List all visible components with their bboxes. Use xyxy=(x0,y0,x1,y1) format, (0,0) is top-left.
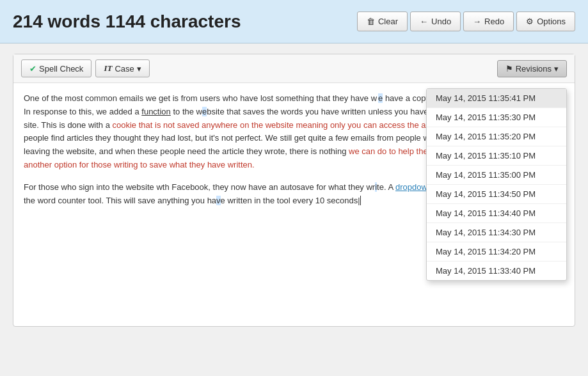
revision-item-6[interactable]: May 14, 2015 11:34:40 PM xyxy=(427,204,566,223)
header-toolbar: 🗑 Clear ← Undo → Redo ⚙ Options xyxy=(357,12,575,31)
revision-item-9[interactable]: May 14, 2015 11:33:40 PM xyxy=(427,262,566,280)
options-button[interactable]: ⚙ Options xyxy=(516,12,575,31)
editor-container: ✔ Spell Check IT Case ▾ ⚑ Revisions ▾ Ma… xyxy=(13,54,575,327)
gear-icon: ⚙ xyxy=(526,17,534,26)
undo-icon: ← xyxy=(420,17,428,26)
revisions-container: ⚑ Revisions ▾ May 14, 2015 11:35:41 PM M… xyxy=(497,60,567,77)
undo-button[interactable]: ← Undo xyxy=(410,12,461,31)
flag-icon: ⚑ xyxy=(505,64,513,74)
revision-item-2[interactable]: May 14, 2015 11:35:20 PM xyxy=(427,127,566,146)
trash-icon: 🗑 xyxy=(367,17,375,26)
case-button[interactable]: IT Case ▾ xyxy=(95,59,149,77)
clear-button[interactable]: 🗑 Clear xyxy=(357,12,408,31)
toolbar-left: ✔ Spell Check IT Case ▾ xyxy=(21,59,150,77)
revision-item-5[interactable]: May 14, 2015 11:34:50 PM xyxy=(427,185,566,204)
revision-item-4[interactable]: May 14, 2015 11:35:00 PM xyxy=(427,166,566,185)
revision-item-0[interactable]: May 14, 2015 11:35:41 PM xyxy=(427,89,566,108)
word-count-display: 214 words 1144 characters xyxy=(13,12,241,32)
revisions-caret-icon: ▾ xyxy=(554,64,559,74)
editor-toolbar: ✔ Spell Check IT Case ▾ ⚑ Revisions ▾ Ma… xyxy=(13,54,575,83)
checkmark-icon: ✔ xyxy=(29,64,36,74)
revisions-dropdown: May 14, 2015 11:35:41 PM May 14, 2015 11… xyxy=(426,88,567,281)
header-bar: 214 words 1144 characters 🗑 Clear ← Undo… xyxy=(0,0,588,43)
main-area: ✔ Spell Check IT Case ▾ ⚑ Revisions ▾ Ma… xyxy=(0,43,588,337)
it-case-icon: IT xyxy=(104,63,112,74)
revision-item-8[interactable]: May 14, 2015 11:34:20 PM xyxy=(427,242,566,262)
spell-check-button[interactable]: ✔ Spell Check xyxy=(21,59,91,77)
revision-item-1[interactable]: May 14, 2015 11:35:30 PM xyxy=(427,108,566,127)
revision-item-7[interactable]: May 14, 2015 11:34:30 PM xyxy=(427,223,566,242)
case-caret-icon: ▾ xyxy=(137,64,141,74)
redo-icon: → xyxy=(473,17,481,26)
revision-item-3[interactable]: May 14, 2015 11:35:10 PM xyxy=(427,146,566,166)
redo-button[interactable]: → Redo xyxy=(463,12,514,31)
revisions-button[interactable]: ⚑ Revisions ▾ xyxy=(497,60,567,77)
